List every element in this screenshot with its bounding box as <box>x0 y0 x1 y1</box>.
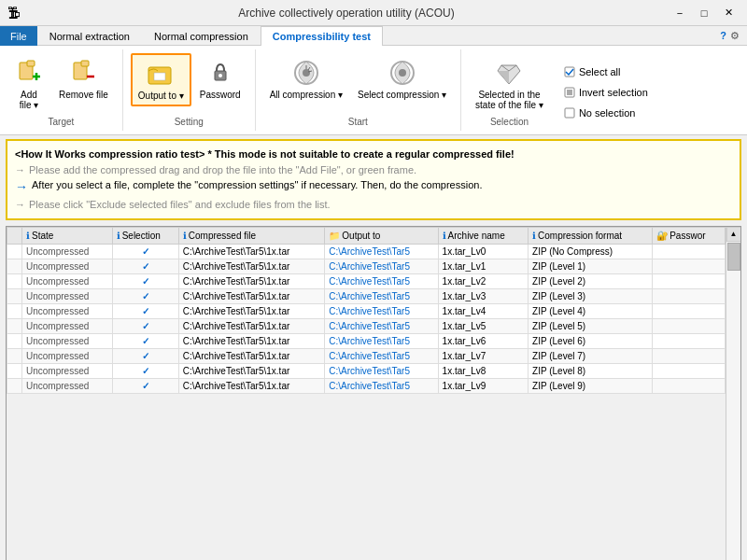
help-icon[interactable]: ? <box>720 30 726 41</box>
minimize-button[interactable]: − <box>669 4 691 22</box>
select-all-label: Select all <box>579 66 621 77</box>
selected-in-state-button[interactable]: Selected in the state of the file ▾ <box>469 53 550 115</box>
row-selection[interactable]: ✓ <box>112 363 178 378</box>
table-row[interactable]: Uncompressed✓C:\ArchiveTest\Tar5\1x.tarC… <box>7 259 726 273</box>
ribbon-group-start: All compression ▾ Select compression ▾ S… <box>256 49 461 131</box>
row-selection[interactable]: ✓ <box>112 288 178 303</box>
password-button[interactable]: Password <box>193 53 247 105</box>
scroll-thumb[interactable] <box>727 243 740 271</box>
select-compression-icon <box>388 58 417 88</box>
row-password <box>653 303 726 318</box>
title-bar: 🗜 Archive collectively operation utility… <box>0 0 747 26</box>
tab-file[interactable]: File <box>0 26 37 46</box>
row-state: Uncompressed <box>22 259 113 273</box>
row-selection[interactable]: ✓ <box>112 273 178 288</box>
row-selection[interactable]: ✓ <box>112 303 178 318</box>
scroll-track[interactable] <box>726 242 740 561</box>
all-compression-label: All compression ▾ <box>270 90 343 100</box>
row-compression-format: ZIP (Level 7) <box>529 348 653 363</box>
row-state: Uncompressed <box>22 303 113 318</box>
row-output-to[interactable]: C:\ArchiveTest\Tar5 <box>325 303 438 318</box>
row-selection[interactable]: ✓ <box>112 259 178 273</box>
arrow-icon-1: → <box>15 162 25 178</box>
arrow-icon-2: → <box>15 177 28 197</box>
row-compressed-file: C:\ArchiveTest\Tar5\1x.tar <box>178 378 325 393</box>
row-state: Uncompressed <box>22 318 113 333</box>
row-compressed-file: C:\ArchiveTest\Tar5\1x.tar <box>178 333 325 348</box>
ribbon-tabs: File Normal extraction Normal compressio… <box>0 26 747 46</box>
table-scroll[interactable]: ℹState ℹSelection ℹCompressed file 📁Outp… <box>7 227 726 561</box>
table-row[interactable]: Uncompressed✓C:\ArchiveTest\Tar5\1x.tarC… <box>7 288 726 303</box>
row-output-to[interactable]: C:\ArchiveTest\Tar5 <box>325 378 438 393</box>
row-number <box>7 259 22 273</box>
row-output-to[interactable]: C:\ArchiveTest\Tar5 <box>325 333 438 348</box>
main-layout: <How It Works compression ratio test> * … <box>0 135 747 560</box>
row-number <box>7 318 22 333</box>
tab-normal-compression[interactable]: Normal compression <box>142 26 261 46</box>
row-output-to[interactable]: C:\ArchiveTest\Tar5 <box>325 244 438 259</box>
ribbon-group-target: Add file ▾ Remove file Target <box>0 49 123 131</box>
row-number <box>7 363 22 378</box>
table-row[interactable]: Uncompressed✓C:\ArchiveTest\Tar5\1x.tarC… <box>7 348 726 363</box>
select-compression-button[interactable]: Select compression ▾ <box>351 53 453 105</box>
row-selection[interactable]: ✓ <box>112 333 178 348</box>
start-group-label: Start <box>263 115 453 127</box>
info-line-1: <How It Works compression ratio test> * … <box>15 147 732 162</box>
row-password <box>653 348 726 363</box>
table-row[interactable]: Uncompressed✓C:\ArchiveTest\Tar5\1x.tarC… <box>7 363 726 378</box>
close-button[interactable]: ✕ <box>717 4 740 22</box>
row-selection[interactable]: ✓ <box>112 348 178 363</box>
row-compressed-file: C:\ArchiveTest\Tar5\1x.tar <box>178 288 325 303</box>
info-line-3: → After you select a file, complete the … <box>15 177 732 197</box>
row-password <box>653 378 726 393</box>
row-output-to[interactable]: C:\ArchiveTest\Tar5 <box>325 288 438 303</box>
invert-selection-button[interactable]: Invert selection <box>557 83 655 102</box>
no-selection-button[interactable]: No selection <box>557 104 655 122</box>
col-output-to: 📁Output to <box>325 227 438 244</box>
row-compressed-file: C:\ArchiveTest\Tar5\1x.tar <box>178 363 325 378</box>
maximize-button[interactable]: □ <box>693 4 715 22</box>
ribbon-help: ? ⚙ <box>712 26 747 45</box>
row-output-to[interactable]: C:\ArchiveTest\Tar5 <box>325 348 438 363</box>
all-compression-icon <box>291 58 321 88</box>
row-output-to[interactable]: C:\ArchiveTest\Tar5 <box>325 273 438 288</box>
table-row[interactable]: Uncompressed✓C:\ArchiveTest\Tar5\1x.tarC… <box>7 318 726 333</box>
table-row[interactable]: Uncompressed✓C:\ArchiveTest\Tar5\1x.tarC… <box>7 333 726 348</box>
scroll-up-button[interactable]: ▲ <box>726 227 741 242</box>
all-compression-button[interactable]: All compression ▾ <box>263 53 349 105</box>
invert-selection-label: Invert selection <box>579 87 648 98</box>
row-selection[interactable]: ✓ <box>112 378 178 393</box>
password-icon <box>205 58 235 88</box>
row-output-to[interactable]: C:\ArchiveTest\Tar5 <box>325 259 438 273</box>
tab-normal-extraction[interactable]: Normal extraction <box>37 26 142 46</box>
select-all-button[interactable]: Select all <box>557 63 655 81</box>
info-text-3: After you select a file, complete the "c… <box>32 177 482 193</box>
table-row[interactable]: Uncompressed✓C:\ArchiveTest\Tar5\1x.tarC… <box>7 244 726 259</box>
row-output-to[interactable]: C:\ArchiveTest\Tar5 <box>325 318 438 333</box>
tab-compressibility-test[interactable]: Compressibility test <box>261 26 383 46</box>
remove-file-icon <box>68 58 98 88</box>
row-number <box>7 244 22 259</box>
table-row[interactable]: Uncompressed✓C:\ArchiveTest\Tar5\1x.tarC… <box>7 303 726 318</box>
settings-icon[interactable]: ⚙ <box>730 30 740 42</box>
password-label: Password <box>200 90 241 100</box>
row-compression-format: ZIP (Level 5) <box>529 318 653 333</box>
row-selection[interactable]: ✓ <box>112 318 178 333</box>
row-archive-name: 1x.tar_Lv9 <box>438 378 529 393</box>
arrow-icon-3: → <box>15 197 25 213</box>
add-file-button[interactable]: Add file ▾ <box>7 53 50 115</box>
row-compressed-file: C:\ArchiveTest\Tar5\1x.tar <box>178 259 325 273</box>
remove-file-button[interactable]: Remove file <box>52 53 115 105</box>
row-password <box>653 244 726 259</box>
vertical-scrollbar[interactable]: ▲ ▼ <box>726 227 740 561</box>
selection-small-buttons: Select all Invert selection No selection <box>557 59 655 122</box>
output-to-button[interactable]: Output to ▾ <box>131 53 191 106</box>
row-selection[interactable]: ✓ <box>112 244 178 259</box>
row-output-to[interactable]: C:\ArchiveTest\Tar5 <box>325 363 438 378</box>
table-row[interactable]: Uncompressed✓C:\ArchiveTest\Tar5\1x.tarC… <box>7 378 726 393</box>
row-state: Uncompressed <box>22 273 113 288</box>
row-state: Uncompressed <box>22 348 113 363</box>
row-state: Uncompressed <box>22 244 113 259</box>
table-row[interactable]: Uncompressed✓C:\ArchiveTest\Tar5\1x.tarC… <box>7 273 726 288</box>
selected-in-state-icon <box>494 58 524 88</box>
